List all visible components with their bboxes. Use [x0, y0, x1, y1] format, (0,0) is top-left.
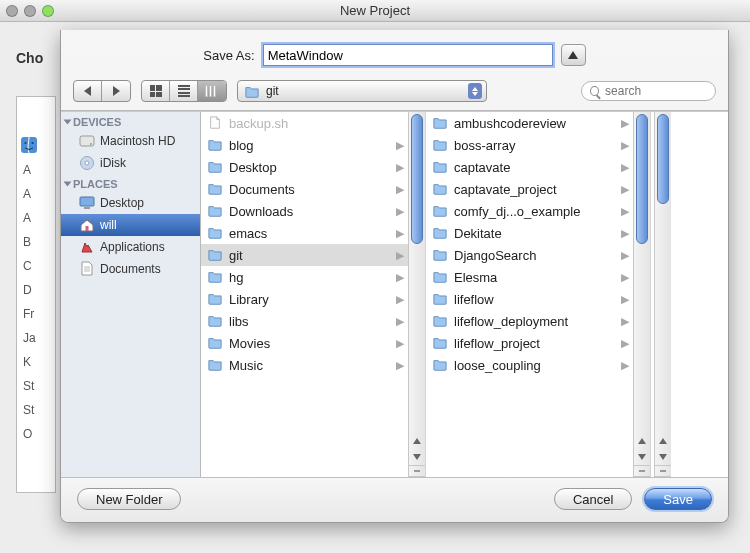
search-field[interactable] — [581, 81, 716, 101]
file-row[interactable]: comfy_dj...o_example▶ — [426, 200, 633, 222]
column-resize-handle[interactable] — [409, 465, 425, 477]
view-list-button[interactable] — [170, 81, 198, 101]
nav-forward-button[interactable] — [102, 81, 130, 101]
list-view-icon — [178, 85, 190, 97]
filename-input[interactable] — [263, 44, 553, 66]
arrow-left-icon — [84, 86, 91, 96]
collapse-sheet-button[interactable] — [561, 44, 586, 66]
file-row[interactable]: Documents▶ — [201, 178, 408, 200]
file-row[interactable]: Dekitate▶ — [426, 222, 633, 244]
chevron-right-icon: ▶ — [621, 337, 629, 350]
home-icon — [79, 217, 95, 233]
file-row[interactable]: emacs▶ — [201, 222, 408, 244]
column-resize-handle[interactable] — [655, 465, 671, 477]
sidebar-item-label: Applications — [100, 240, 165, 254]
save-button[interactable]: Save — [644, 488, 712, 510]
file-row[interactable]: lifeflow_deployment▶ — [426, 310, 633, 332]
close-window-button[interactable] — [6, 5, 18, 17]
view-icons-button[interactable] — [142, 81, 170, 101]
sidebar-heading-devices[interactable]: DEVICES — [61, 112, 200, 130]
chevron-right-icon: ▶ — [621, 271, 629, 284]
file-row[interactable]: Downloads▶ — [201, 200, 408, 222]
scroll-down-button[interactable] — [409, 449, 425, 465]
file-row[interactable]: blog▶ — [201, 134, 408, 156]
file-row[interactable]: boss-array▶ — [426, 134, 633, 156]
file-row[interactable]: Elesma▶ — [426, 266, 633, 288]
folder-icon — [432, 225, 448, 241]
chevron-right-icon: ▶ — [396, 337, 404, 350]
scroll-up-button[interactable] — [409, 433, 425, 449]
chevron-right-icon: ▶ — [396, 227, 404, 240]
file-row-label: hg — [229, 270, 243, 285]
scroll-up-button[interactable] — [655, 433, 671, 449]
chevron-right-icon: ▶ — [396, 139, 404, 152]
folder-icon — [432, 203, 448, 219]
chevron-right-icon: ▶ — [396, 293, 404, 306]
disclosure-triangle-icon — [64, 182, 72, 187]
scrollbar-thumb[interactable] — [636, 114, 648, 244]
scroll-down-button[interactable] — [655, 449, 671, 465]
window-scrollbar[interactable] — [651, 112, 671, 477]
view-columns-button[interactable] — [198, 81, 226, 101]
column-resize-handle[interactable] — [634, 465, 650, 477]
scrollbar[interactable] — [633, 112, 650, 477]
scroll-up-button[interactable] — [634, 433, 650, 449]
search-input[interactable] — [603, 83, 707, 99]
obscured-list-item: K — [17, 355, 55, 369]
arrow-up-icon — [638, 438, 646, 444]
scroll-down-button[interactable] — [634, 449, 650, 465]
chevron-right-icon: ▶ — [621, 161, 629, 174]
file-row[interactable]: hg▶ — [201, 266, 408, 288]
file-row-label: Library — [229, 292, 269, 307]
folder-icon — [207, 137, 223, 153]
arrow-down-icon — [659, 454, 667, 460]
traffic-lights[interactable] — [6, 5, 54, 17]
file-row[interactable]: lifeflow_project▶ — [426, 332, 633, 354]
obscured-list-item: B — [17, 235, 55, 249]
file-row[interactable]: Desktop▶ — [201, 156, 408, 178]
disclosure-triangle-icon — [64, 120, 72, 125]
folder-icon — [207, 313, 223, 329]
minimize-window-button[interactable] — [24, 5, 36, 17]
file-row[interactable]: lifeflow▶ — [426, 288, 633, 310]
file-row[interactable]: Music▶ — [201, 354, 408, 376]
parent-obscured-list: AAABCDFrJaKStStO — [16, 96, 56, 493]
file-row-label: libs — [229, 314, 249, 329]
sidebar-item-documents[interactable]: Documents — [61, 258, 200, 280]
sidebar-item-will[interactable]: will — [61, 214, 200, 236]
file-row[interactable]: backup.sh — [201, 112, 408, 134]
file-row[interactable]: loose_coupling▶ — [426, 354, 633, 376]
scrollbar-thumb[interactable] — [657, 114, 669, 204]
parent-prompt-label: Cho — [16, 50, 43, 66]
path-popup-button[interactable]: git — [237, 80, 487, 102]
file-row[interactable]: Movies▶ — [201, 332, 408, 354]
zoom-window-button[interactable] — [42, 5, 54, 17]
new-folder-button[interactable]: New Folder — [77, 488, 181, 510]
obscured-list-item: O — [17, 427, 55, 441]
file-row[interactable]: DjangoSearch▶ — [426, 244, 633, 266]
sidebar-heading-places[interactable]: PLACES — [61, 174, 200, 192]
sidebar-item-macintosh-hd[interactable]: Macintosh HD — [61, 130, 200, 152]
file-row[interactable]: captavate_project▶ — [426, 178, 633, 200]
scrollbar-thumb[interactable] — [411, 114, 423, 244]
sidebar-item-applications[interactable]: Applications — [61, 236, 200, 258]
parent-window-title: New Project — [54, 3, 696, 18]
folder-icon — [207, 225, 223, 241]
obscured-list-item: D — [17, 283, 55, 297]
browser-column-0: backup.shblog▶Desktop▶Documents▶Download… — [201, 112, 426, 477]
file-row[interactable]: git▶ — [201, 244, 408, 266]
sidebar-item-desktop[interactable]: Desktop — [61, 192, 200, 214]
nav-back-button[interactable] — [74, 81, 102, 101]
file-row-label: lifeflow — [454, 292, 494, 307]
file-row[interactable]: Library▶ — [201, 288, 408, 310]
scrollbar[interactable] — [408, 112, 425, 477]
file-row-label: captavate — [454, 160, 510, 175]
cancel-button[interactable]: Cancel — [554, 488, 632, 510]
sidebar-item-idisk[interactable]: iDisk — [61, 152, 200, 174]
file-row[interactable]: ambushcodereview▶ — [426, 112, 633, 134]
file-row[interactable]: captavate▶ — [426, 156, 633, 178]
file-row-label: lifeflow_deployment — [454, 314, 568, 329]
folder-icon — [207, 291, 223, 307]
chevron-right-icon: ▶ — [396, 271, 404, 284]
file-row[interactable]: libs▶ — [201, 310, 408, 332]
